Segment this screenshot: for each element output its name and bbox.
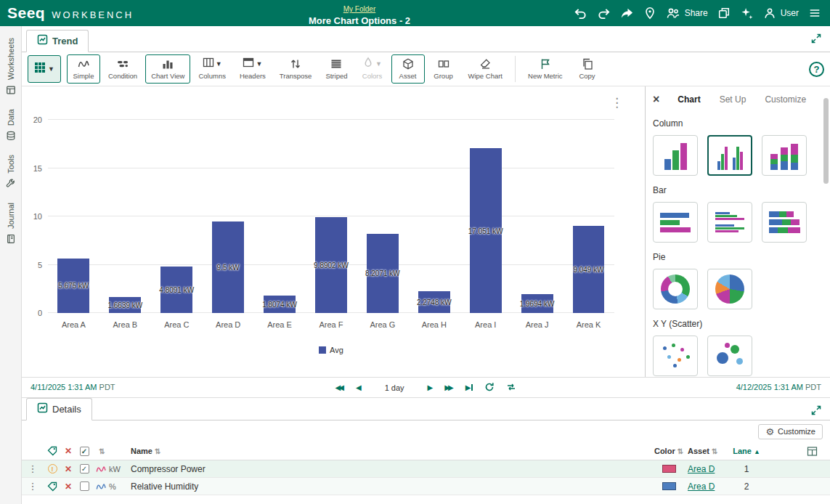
lane-column-header[interactable]: Lane▲ [728, 447, 765, 455]
expand-trend-icon[interactable] [811, 33, 821, 46]
color-column-header[interactable]: Color⇅ [650, 447, 688, 455]
pan-back-far-icon[interactable]: ◀◀ [335, 384, 344, 391]
redo-icon[interactable] [597, 7, 611, 20]
sort-icon[interactable]: ⇅ [155, 447, 160, 455]
bar-area-d[interactable]: 9.5 kW [212, 221, 244, 313]
sidebar-item-data[interactable]: Data [6, 109, 16, 144]
bar-chart-thumb-1[interactable] [653, 202, 698, 243]
tab-customize[interactable]: Customize [755, 91, 815, 108]
column-chart-thumb-2[interactable] [707, 135, 752, 176]
asset-link[interactable]: Area D [688, 464, 715, 474]
tab-chart[interactable]: Chart [668, 91, 709, 108]
row-menu-icon[interactable]: ⋮ [22, 463, 44, 474]
pie-chart-thumb[interactable] [707, 269, 752, 309]
group-button[interactable]: Group [427, 54, 460, 84]
bar-area-c[interactable]: 4.8091 kW [160, 267, 192, 313]
new-metric-button[interactable]: New Metric [522, 54, 569, 84]
tab-details[interactable]: Details [26, 398, 92, 420]
sidebar-item-tools[interactable]: Tools [6, 155, 16, 192]
transpose-button[interactable]: Transpose [274, 54, 318, 84]
item-name[interactable]: Compressor Power [131, 464, 650, 474]
customize-button[interactable]: ⚙ Customize [758, 424, 823, 439]
asset-button[interactable]: Asset [391, 54, 425, 84]
tag-icon[interactable] [44, 446, 61, 456]
tab-trend[interactable]: Trend [26, 30, 89, 52]
bar-chart-thumb-2[interactable] [707, 202, 752, 243]
table-settings-icon[interactable] [801, 446, 823, 457]
bubble-chart-thumb[interactable] [707, 336, 752, 376]
share-label[interactable]: Share [685, 8, 708, 18]
sparkle-icon[interactable] [740, 7, 754, 20]
sort-icon[interactable]: ⇅ [99, 447, 105, 455]
close-icon[interactable]: × [653, 94, 659, 105]
bar-area-k[interactable]: 9.049 kW [573, 226, 605, 313]
table-row[interactable]: ⋮ ✕ % Relative Humidity Area D 2 [22, 478, 830, 495]
donut-chart-thumb[interactable] [653, 269, 698, 309]
asset-link[interactable]: Area D [688, 481, 715, 492]
scatter-chart-thumb-1[interactable] [653, 336, 698, 376]
undo-icon[interactable] [574, 7, 587, 20]
colors-button[interactable]: ▼ Colors [356, 54, 389, 84]
row-checkbox[interactable] [80, 481, 89, 491]
bar-area-a[interactable]: 5.675 kW [57, 259, 89, 313]
range-start[interactable]: 4/11/2025 1:31 AMPDT [30, 383, 115, 391]
user-icon[interactable] [763, 7, 776, 20]
windows-icon[interactable] [717, 7, 731, 20]
name-column-header[interactable]: Name [131, 447, 152, 455]
bar-chart-thumb-3[interactable] [762, 202, 807, 243]
pan-forward-icon[interactable]: ▶ [428, 384, 434, 391]
view-selector-button[interactable]: ▼ [28, 55, 61, 83]
duration-label[interactable]: 1 day [385, 383, 404, 392]
simple-button[interactable]: Simple [67, 54, 100, 84]
striped-button[interactable]: Striped [320, 54, 353, 84]
user-label[interactable]: User [781, 8, 799, 18]
remove-icon[interactable]: ✕ [61, 481, 76, 492]
hamburger-menu-icon[interactable] [808, 7, 821, 20]
breadcrumb[interactable]: My Folder [343, 5, 375, 13]
bar-area-e[interactable]: 1.8074 kW [264, 296, 296, 313]
bar-area-b[interactable]: 1.6639 kW [109, 297, 141, 313]
bar-area-h[interactable]: 2.2748 kW [418, 291, 450, 313]
column-chart-thumb-3[interactable] [762, 135, 807, 176]
bar-area-f[interactable]: 9.8902 kW [315, 217, 347, 313]
expand-details-icon[interactable] [811, 405, 821, 418]
skip-to-now-icon[interactable]: ▶ [465, 384, 473, 391]
headers-button[interactable]: ▼ Headers [234, 54, 272, 84]
refresh-icon[interactable] [484, 382, 495, 394]
table-row[interactable]: ⋮ ! ✕ ✓ kW Compressor Power Area D 1 [22, 460, 830, 478]
select-all-checkbox[interactable]: ✓ [80, 447, 89, 456]
condition-button[interactable]: Condition [102, 54, 143, 84]
sidebar-item-journal[interactable]: Journal [6, 203, 16, 247]
forward-icon[interactable] [620, 7, 634, 20]
remove-all-icon[interactable]: ✕ [61, 446, 76, 456]
chart-context-menu-icon[interactable]: ⋮ [611, 97, 623, 109]
color-swatch[interactable] [662, 482, 676, 490]
wipe-chart-button[interactable]: Wipe Chart [463, 54, 509, 84]
share-people-icon[interactable] [666, 7, 680, 20]
row-menu-icon[interactable]: ⋮ [22, 481, 44, 492]
location-pin-icon[interactable] [643, 7, 656, 20]
auto-update-icon[interactable] [506, 382, 516, 394]
remove-icon[interactable]: ✕ [61, 464, 76, 474]
tab-set-up[interactable]: Set Up [710, 91, 756, 108]
columns-button[interactable]: ▼ Columns [192, 54, 232, 84]
copy-button[interactable]: Copy [571, 54, 604, 84]
sidebar-item-worksheets[interactable]: Worksheets [6, 38, 16, 98]
color-swatch[interactable] [662, 465, 676, 473]
bar-area-j[interactable]: 1.9694 kW [521, 294, 553, 313]
tag-icon[interactable] [44, 481, 61, 492]
chart-legend[interactable]: Avg [48, 346, 614, 354]
bar-area-g[interactable]: 8.2071 kW [367, 234, 399, 313]
chart-view-button[interactable]: Chart View [145, 54, 190, 84]
help-icon[interactable]: ? [809, 62, 824, 77]
item-name[interactable]: Relative Humidity [131, 481, 650, 492]
pan-back-icon[interactable]: ◀ [356, 384, 362, 391]
pan-forward-far-icon[interactable]: ▶▶ [444, 384, 453, 391]
row-checkbox[interactable]: ✓ [80, 464, 89, 473]
bar-area-i[interactable]: 17.051 kW [470, 148, 502, 313]
range-end[interactable]: 4/12/2025 1:31 AMPDT [736, 383, 821, 391]
column-chart-thumb-1[interactable] [653, 135, 698, 176]
warning-icon[interactable]: ! [48, 464, 57, 473]
asset-column-header[interactable]: Asset⇅ [688, 447, 728, 455]
panel-scrollbar[interactable] [823, 98, 829, 184]
